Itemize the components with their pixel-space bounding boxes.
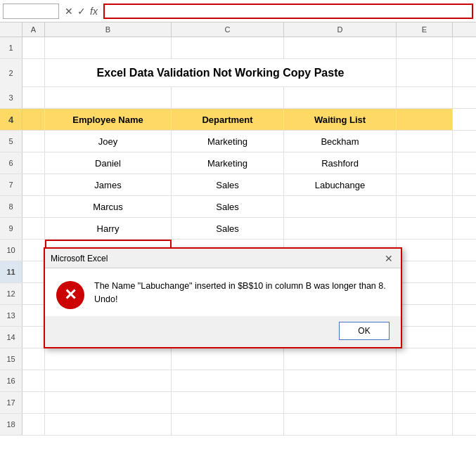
row-num-6: 6	[0, 152, 22, 174]
cell-e1[interactable]	[397, 37, 453, 58]
cell-b16[interactable]	[45, 370, 172, 391]
name-box[interactable]: B11	[3, 4, 59, 19]
row-6: 6 Daniel Marketing Rashford	[0, 152, 476, 174]
cell-b17[interactable]	[45, 392, 172, 413]
row-num-1: 1	[0, 37, 22, 58]
cell-c4[interactable]: Department	[172, 109, 284, 130]
cell-e18[interactable]	[397, 414, 453, 435]
cell-a10[interactable]	[22, 240, 45, 261]
dialog-close-button[interactable]: ✕	[382, 252, 395, 265]
cell-b3[interactable]	[45, 87, 172, 108]
cell-a11[interactable]	[22, 261, 45, 282]
cell-d4[interactable]: Waiting List	[284, 109, 397, 130]
row-7: 7 James Sales Labuchange	[0, 174, 476, 196]
cell-a16[interactable]	[22, 370, 45, 391]
cell-a12[interactable]	[22, 283, 45, 304]
cell-a13[interactable]	[22, 305, 45, 326]
col-header-c: C	[172, 22, 284, 37]
cell-e6[interactable]	[397, 152, 453, 174]
cell-c16[interactable]	[172, 370, 284, 391]
cell-d17[interactable]	[284, 392, 397, 413]
error-icon: ✕	[56, 281, 84, 309]
cell-e3[interactable]	[397, 87, 453, 108]
cell-a6[interactable]	[22, 152, 45, 174]
cell-c3[interactable]	[172, 87, 284, 108]
cell-e12[interactable]	[397, 283, 453, 304]
row-18: 18	[0, 414, 476, 436]
cell-c9[interactable]: Sales	[172, 218, 284, 239]
cell-e5[interactable]	[397, 131, 453, 152]
cell-c7[interactable]: Sales	[172, 174, 284, 195]
cell-d3[interactable]	[284, 87, 397, 108]
cell-d15[interactable]	[284, 348, 397, 370]
cell-b1[interactable]	[45, 37, 172, 58]
cell-d18[interactable]	[284, 414, 397, 435]
row-17: 17	[0, 392, 476, 414]
cell-a9[interactable]	[22, 218, 45, 239]
cell-c8[interactable]: Sales	[172, 196, 284, 217]
cell-c5[interactable]: Marketing	[172, 131, 284, 152]
row-16: 16	[0, 370, 476, 392]
cell-b7[interactable]: James	[45, 174, 172, 195]
row-5: 5 Joey Marketing Beckham	[0, 131, 476, 152]
cell-a4[interactable]	[22, 109, 45, 130]
cell-a8[interactable]	[22, 196, 45, 217]
cell-e15[interactable]	[397, 348, 453, 370]
cell-a17[interactable]	[22, 392, 45, 413]
cell-d1[interactable]	[284, 37, 397, 58]
cell-b4[interactable]: Employee Name	[45, 109, 172, 130]
cell-e2[interactable]	[397, 59, 453, 87]
cell-e8[interactable]	[397, 196, 453, 217]
cell-e11[interactable]	[397, 261, 453, 282]
cell-d16[interactable]	[284, 370, 397, 391]
cell-d6[interactable]: Rashford	[284, 152, 397, 174]
cell-d7[interactable]: Labuchange	[284, 174, 397, 195]
cell-a5[interactable]	[22, 131, 45, 152]
cell-e9[interactable]	[397, 218, 453, 239]
cell-c18[interactable]	[172, 414, 284, 435]
cell-b5[interactable]: Joey	[45, 131, 172, 152]
cell-d9[interactable]	[284, 218, 397, 239]
cell-a15[interactable]	[22, 348, 45, 370]
function-icon[interactable]: fx	[90, 6, 98, 17]
cancel-formula-icon[interactable]: ✕	[65, 6, 73, 17]
cell-a3[interactable]	[22, 87, 45, 108]
cell-d5[interactable]: Beckham	[284, 131, 397, 152]
ok-button[interactable]: OK	[339, 322, 390, 340]
cell-c15[interactable]	[172, 348, 284, 370]
cell-title[interactable]: Excel Data Validation Not Working Copy P…	[45, 59, 397, 87]
cell-e16[interactable]	[397, 370, 453, 391]
col-header-d: D	[284, 22, 397, 37]
cell-a7[interactable]	[22, 174, 45, 195]
cell-d8[interactable]	[284, 196, 397, 217]
cell-c17[interactable]	[172, 392, 284, 413]
row-3: 3	[0, 87, 476, 109]
dialog-message: The Name "Labuchange" inserted in $B$10 …	[94, 280, 390, 306]
cell-b15[interactable]	[45, 348, 172, 370]
cell-e13[interactable]	[397, 305, 453, 326]
row-num-10: 10	[0, 240, 22, 261]
col-header-e: E	[397, 22, 453, 37]
cell-a14[interactable]	[22, 327, 45, 348]
sheet-wrapper: A B C D E 1 2 Excel Data Validation Not …	[0, 22, 476, 436]
cell-e14[interactable]	[397, 327, 453, 348]
cell-e10[interactable]	[397, 240, 453, 261]
cell-c1[interactable]	[172, 37, 284, 58]
cell-e4[interactable]	[397, 109, 453, 130]
cell-c6[interactable]: Marketing	[172, 152, 284, 174]
cell-a18[interactable]	[22, 414, 45, 435]
dialog-body: ✕ The Name "Labuchange" inserted in $B$1…	[45, 268, 401, 316]
cell-a2[interactable]	[22, 59, 45, 87]
row-num-17: 17	[0, 392, 22, 413]
cell-e7[interactable]	[397, 174, 453, 195]
row-15: 15	[0, 348, 476, 370]
cell-b8[interactable]: Marcus	[45, 196, 172, 217]
confirm-formula-icon[interactable]: ✓	[77, 6, 86, 17]
cell-b18[interactable]	[45, 414, 172, 435]
column-headers: A B C D E	[0, 22, 476, 37]
cell-b9[interactable]: Harry	[45, 218, 172, 239]
cell-a1[interactable]	[22, 37, 45, 58]
cell-e17[interactable]	[397, 392, 453, 413]
formula-input[interactable]: Labuchange	[103, 4, 473, 19]
cell-b6[interactable]: Daniel	[45, 152, 172, 174]
